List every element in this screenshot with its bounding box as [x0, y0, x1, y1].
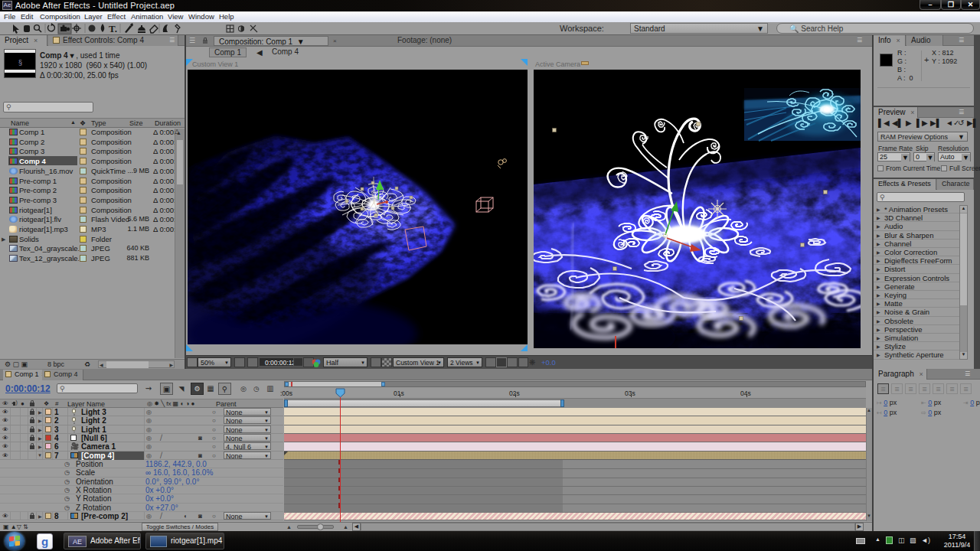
svg-text:T.: T.: [109, 23, 117, 34]
